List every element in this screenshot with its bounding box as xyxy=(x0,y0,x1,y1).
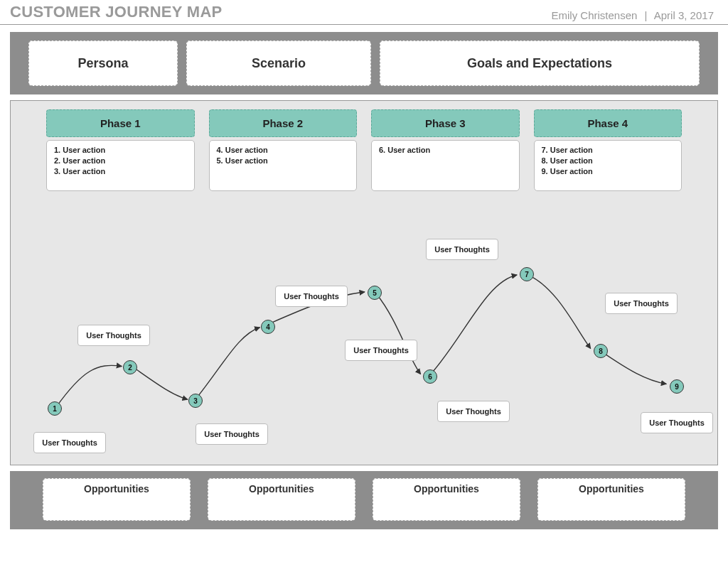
action-item: 5. User action xyxy=(217,156,350,166)
action-item: 8. User action xyxy=(542,156,675,166)
actions-phase-1: 1. User action 2. User action 3. User ac… xyxy=(46,140,195,191)
user-thought-4: User Thoughts xyxy=(275,286,348,307)
customer-journey-map: CUSTOMER JOURNEY MAP Emily Christensen |… xyxy=(0,0,728,562)
journey-node-4: 4 xyxy=(261,320,275,334)
phase-header-4: Phase 4 xyxy=(534,109,682,137)
action-item: 3. User action xyxy=(54,166,187,177)
journey-node-5: 5 xyxy=(368,286,382,300)
top-band: Persona Scenario Goals and Expectations xyxy=(10,32,718,94)
phase-header-1: Phase 1 xyxy=(46,109,195,137)
actions-phase-2: 4. User action 5. User action xyxy=(209,140,358,191)
user-thought-3: User Thoughts xyxy=(196,423,268,445)
user-thought-2: User Thoughts xyxy=(77,325,150,346)
action-item: 2. User action xyxy=(54,156,187,166)
journey-node-6: 6 xyxy=(423,369,437,384)
meta-separator: | xyxy=(641,9,652,21)
goals-box: Goals and Expectations xyxy=(380,40,700,86)
journey-node-7: 7 xyxy=(520,267,534,281)
action-item: 7. User action xyxy=(542,145,675,156)
actions-row: 1. User action 2. User action 3. User ac… xyxy=(11,140,717,191)
action-item: 1. User action xyxy=(54,145,187,156)
phase-row: Phase 1 Phase 2 Phase 3 Phase 4 xyxy=(11,109,717,137)
opportunities-box-3: Opportunities xyxy=(373,478,520,521)
phase-header-2: Phase 2 xyxy=(209,109,358,137)
user-thought-6: User Thoughts xyxy=(426,239,498,260)
journey-canvas: Phase 1 Phase 2 Phase 3 Phase 4 1. User … xyxy=(10,100,718,465)
author-label: Emily Christensen xyxy=(551,9,637,21)
page-title: CUSTOMER JOURNEY MAP xyxy=(10,3,223,21)
action-item: 9. User action xyxy=(542,166,675,177)
date-label: April 3, 2017 xyxy=(654,9,714,21)
user-thought-1: User Thoughts xyxy=(33,432,106,453)
journey-node-2: 2 xyxy=(123,360,137,374)
user-thought-9: User Thoughts xyxy=(641,412,713,433)
user-thought-8: User Thoughts xyxy=(605,293,678,314)
opportunities-box-1: Opportunities xyxy=(43,478,191,521)
user-thought-5: User Thoughts xyxy=(345,340,417,361)
opportunities-band: Opportunities Opportunities Opportunitie… xyxy=(10,471,718,529)
action-item: 6. User action xyxy=(379,145,512,156)
page-header: CUSTOMER JOURNEY MAP Emily Christensen |… xyxy=(0,0,728,25)
journey-node-9: 9 xyxy=(670,379,684,394)
actions-phase-3: 6. User action xyxy=(371,140,520,191)
user-thought-7: User Thoughts xyxy=(437,401,510,422)
actions-phase-4: 7. User action 8. User action 9. User ac… xyxy=(534,140,682,191)
journey-node-1: 1 xyxy=(48,401,62,416)
scenario-box: Scenario xyxy=(186,40,371,86)
opportunities-box-2: Opportunities xyxy=(208,478,355,521)
persona-box: Persona xyxy=(28,40,178,86)
phase-header-3: Phase 3 xyxy=(371,109,520,137)
action-item: 4. User action xyxy=(217,145,350,156)
page-meta: Emily Christensen | April 3, 2017 xyxy=(551,9,718,21)
journey-node-8: 8 xyxy=(594,344,608,358)
journey-node-3: 3 xyxy=(188,394,203,408)
opportunities-box-4: Opportunities xyxy=(537,478,685,521)
